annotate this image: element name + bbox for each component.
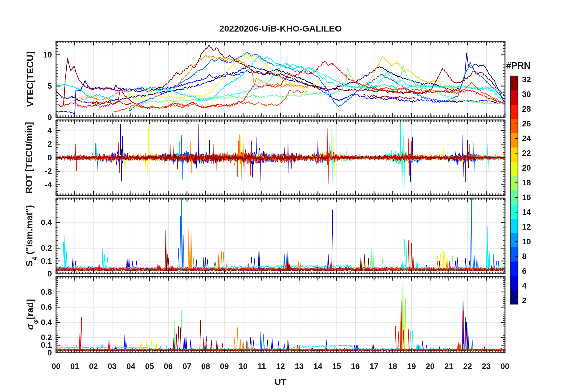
- figure: 20220206-UiB-KHO-GALILEO VTEC[TECU] ROT …: [0, 0, 561, 392]
- x-tick-label: 06: [164, 362, 173, 371]
- ylabel-phi-sub: φ: [32, 319, 39, 324]
- y-tick-label-vtec: 0: [47, 113, 52, 122]
- x-tick-label: 15: [332, 362, 341, 371]
- colorbar-tick-label: 4: [522, 281, 526, 291]
- colorbar-tick-label: 20: [522, 164, 531, 173]
- ylabel-s4-sub: 4: [31, 257, 38, 261]
- x-tick-label: 21: [444, 362, 453, 371]
- x-tick-label: 07: [183, 362, 191, 371]
- xlabel-ut: UT: [275, 377, 286, 387]
- y-tick-label-s4: 0.4: [41, 218, 52, 227]
- x-tick-label: 05: [145, 362, 154, 371]
- y-tick-label-sigma_phi: 0.4: [41, 318, 52, 327]
- colorbar-tick-label: 8: [522, 252, 526, 261]
- x-tick-label: 14: [314, 362, 322, 371]
- x-tick-label: 11: [257, 362, 266, 371]
- ylabel-s4-pre: S: [24, 261, 35, 267]
- ylabel-sigma: σ: [25, 324, 35, 330]
- x-tick-label: 09: [220, 362, 229, 371]
- x-tick-label: 00: [501, 362, 509, 371]
- colorbar-tick-label: 6: [522, 267, 526, 276]
- ylabel-s4: S4 ("ism.mat"): [24, 205, 36, 267]
- x-tick-label: 01: [70, 362, 79, 371]
- y-tick-label-sigma_phi: 0.2: [41, 333, 52, 342]
- x-tick-label: 08: [201, 362, 210, 371]
- ylabel-rad: [rad]: [25, 299, 35, 319]
- x-tick-label: 19: [407, 362, 416, 371]
- x-tick-label: 20: [426, 362, 434, 371]
- y-tick-label-s4: 0.2: [41, 244, 52, 253]
- colorbar-tick-label: 32: [522, 75, 531, 84]
- colorbar-tick-label: 24: [522, 134, 531, 143]
- y-tick-label-vtec: 5: [47, 82, 52, 91]
- colorbar-tick-label: 12: [522, 223, 531, 232]
- colorbar-tick-label: 16: [522, 193, 531, 202]
- ylabel-rot: ROT [TECU/min]: [24, 122, 35, 194]
- ylabel-s4-post: ("ism.mat"): [24, 205, 35, 257]
- y-tick-label-sigma_phi: 0.8: [41, 287, 52, 297]
- y-tick-label-rot: -4: [45, 180, 52, 189]
- colorbar-tick-label: 2: [522, 296, 526, 305]
- x-tick-label: 00: [52, 362, 60, 371]
- x-tick-label: 04: [127, 362, 135, 371]
- x-tick-label: 13: [295, 362, 304, 371]
- colorbar-tick-label: 26: [522, 119, 531, 129]
- x-tick-label: 02: [89, 362, 98, 371]
- colorbar-tick-label: 22: [522, 149, 531, 158]
- y-tick-label-rot: 0: [47, 153, 52, 162]
- y-tick-label-rot: 2: [47, 140, 52, 149]
- x-tick-label: 12: [276, 362, 285, 371]
- chart-title: 20220206-UiB-KHO-GALILEO: [219, 24, 342, 34]
- ylabel-sigma-phi: σφ[rad]: [25, 299, 37, 330]
- colorbar-tick-label: 10: [522, 237, 531, 246]
- y-tick-label-s4: 0: [47, 269, 52, 279]
- x-tick-label: 03: [108, 362, 117, 371]
- x-tick-label: 23: [482, 362, 491, 371]
- x-tick-label: 10: [239, 362, 247, 371]
- colorbar-tick-label: 28: [522, 105, 531, 114]
- x-tick-label: 18: [388, 362, 397, 371]
- y-tick-label-vtec: 10: [43, 50, 52, 60]
- y-tick-label-sigma_phi: 0.6: [41, 303, 52, 312]
- y-tick-label-rot: 4: [47, 126, 52, 135]
- x-tick-label: 16: [351, 362, 360, 371]
- colorbar-title: #PRN: [506, 60, 531, 71]
- y-tick-label-s4: 0.1: [41, 256, 52, 266]
- ylabel-vtec: VTEC[TECU]: [25, 52, 36, 107]
- y-tick-label-rot: -2: [45, 167, 52, 176]
- colorbar-tick-label: 18: [522, 178, 531, 187]
- colorbar-tick-label: 30: [522, 90, 531, 99]
- x-tick-label: 22: [463, 362, 472, 371]
- x-tick-label: 17: [370, 362, 378, 371]
- plot-canvas: [0, 0, 561, 392]
- colorbar-tick-label: 14: [522, 208, 531, 217]
